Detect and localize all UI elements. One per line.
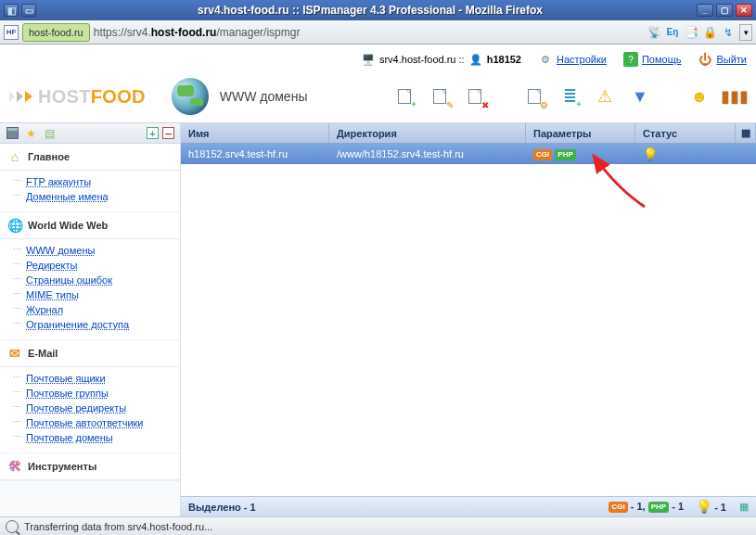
sidebar-title-main[interactable]: ⌂Главное (0, 144, 180, 171)
selection-status: Выделено - 1 CGI - 1, PHP - 1 💡 - 1 ▦ (181, 496, 756, 516)
delete-button[interactable]: ✖ (463, 84, 487, 108)
sidebar-title-www[interactable]: 🌐World Wide Web (0, 212, 180, 239)
magnifier-icon[interactable] (6, 520, 19, 533)
sidebar-section-tools: 🛠Инструменты (0, 453, 180, 481)
gear-icon: ⚙ (538, 52, 553, 67)
sidebar-link-autoresponders[interactable]: Почтовые автоответчики (7, 415, 180, 430)
brand-row: HOSTFOOD WWW домены ＋ ✎ ✖ ⚙ ≣＋ ⚠ ▼ ☻ ▮▮▮ (0, 70, 756, 122)
sidebar-section-main: ⌂Главное FTP аккаунты Доменные имена (0, 144, 180, 212)
maximize-button[interactable]: ▢ (716, 4, 733, 17)
sidebar-link-maildomains[interactable]: Почтовые домены (7, 430, 180, 445)
footer-export-icon[interactable]: ▦ (739, 501, 749, 513)
new-button[interactable]: ＋ (392, 84, 416, 108)
sidebar: ★ ▤ + – ⌂Главное FTP аккаунты Доменные и… (0, 123, 181, 516)
sidebar-link-errorpages[interactable]: Страницы ошибок (7, 273, 180, 287)
url-text[interactable]: https://srv4.host-food.ru/manager/ispmgr (94, 26, 643, 39)
table-header: Имя Директория Параметры Статус ▦ (181, 123, 756, 144)
cell-dir: /www/h18152.srv4.test-hf.ru (329, 148, 526, 159)
warning-button[interactable]: ⚠ (593, 84, 617, 108)
sidebar-link-mime[interactable]: MIME типы (7, 287, 180, 302)
sidebar-link-redirects[interactable]: Редиректы (7, 258, 180, 273)
sidebar-head: ★ ▤ + – (0, 123, 180, 144)
bookshelf-button[interactable]: ▮▮▮ (723, 84, 747, 108)
content-area: Имя Директория Параметры Статус ▦ h18152… (181, 123, 756, 516)
settings-link[interactable]: Настройки (557, 54, 607, 65)
col-params[interactable]: Параметры (526, 123, 635, 143)
sysmenu-icon-2[interactable]: ▭ (21, 4, 36, 17)
sysmenu-icon[interactable]: ◧ (4, 4, 19, 17)
sidebar-title-email[interactable]: ✉E-Mail (0, 340, 180, 367)
cell-status: 💡 (635, 147, 756, 161)
edit-button[interactable]: ✎ (428, 84, 452, 108)
power-icon: ⏻ (698, 52, 712, 67)
logout-link-group[interactable]: ⏻ Выйти (698, 52, 747, 67)
translate-icon[interactable]: Eŋ (665, 25, 680, 40)
cgi-badge: CGI (533, 149, 552, 160)
expand-all-icon[interactable]: + (147, 127, 159, 139)
table-empty-area (181, 164, 756, 496)
home-icon: ⌂ (7, 149, 22, 164)
logo-text-2: FOOD (91, 86, 146, 107)
sidebar-link-journal[interactable]: Журнал (7, 302, 180, 317)
table-row[interactable]: h18152.srv4.test-hf.ru /www/h18152.srv4.… (181, 144, 756, 164)
aliases-button[interactable]: ≣＋ (557, 84, 582, 108)
sidebar-link-mailgroups[interactable]: Почтовые группы (7, 386, 180, 401)
page-title: WWW домены (220, 89, 308, 104)
window-buttons: _ ▢ ✕ (697, 4, 752, 17)
sidebar-title-tools[interactable]: 🛠Инструменты (0, 453, 180, 480)
col-config-icon[interactable]: ▦ (736, 123, 756, 143)
www-icon: 🌐 (7, 218, 22, 233)
window-sys-icons: ◧ ▭ (4, 4, 36, 17)
sidebar-section-email: ✉E-Mail Почтовые ящики Почтовые группы П… (0, 340, 180, 453)
php-badge: PHP (555, 149, 575, 160)
smiley-button[interactable]: ☻ (687, 84, 711, 108)
sidebar-link-domains[interactable]: Доменные имена (7, 189, 180, 204)
list-icon[interactable] (6, 127, 19, 140)
cell-params: CGI PHP (526, 147, 635, 159)
col-dir[interactable]: Директория (329, 123, 526, 143)
user-icon: 👤 (468, 52, 483, 67)
help-link[interactable]: Помощь (642, 54, 682, 65)
browser-status-bar: Transferring data from srv4.host-food.ru… (0, 516, 756, 535)
sidebar-section-www: 🌐World Wide Web WWW домены Редиректы Стр… (0, 212, 180, 340)
bulb-icon: 💡 (643, 147, 658, 161)
logo: HOSTFOOD (9, 86, 146, 108)
minimize-button[interactable]: _ (697, 4, 713, 17)
footer-cgi: CGI - 1, PHP - 1 (609, 501, 684, 513)
help-icon: ? (623, 52, 638, 67)
lock-icon: 🔒 (702, 25, 717, 40)
server-user-info: 🖥️ srv4.host-food.ru :: 👤 h18152 (361, 52, 521, 67)
star-icon[interactable]: ★ (24, 127, 37, 140)
sidebar-link-wwwdomains[interactable]: WWW домены (7, 243, 180, 258)
bookmark-icon[interactable]: 📑 (684, 25, 698, 40)
refresh-icon[interactable]: ↯ (721, 25, 736, 40)
user-name-label: h18152 (487, 54, 521, 65)
url-bar: HF host-food.ru https://srv4.host-food.r… (0, 20, 756, 45)
site-identity-chip[interactable]: host-food.ru (22, 23, 90, 42)
logout-link[interactable]: Выйти (716, 54, 747, 65)
window-title: srv4.host-food.ru :: ISPmanager 4.3 Prof… (44, 4, 697, 17)
settings-link-group[interactable]: ⚙ Настройки (538, 52, 607, 67)
sidebar-link-ftp[interactable]: FTP аккаунты (7, 174, 180, 189)
sidebar-link-restrict[interactable]: Ограничение доступа (7, 317, 180, 332)
monitor-icon: 🖥️ (361, 52, 376, 67)
filter-button[interactable]: ▼ (628, 84, 652, 108)
options-button[interactable]: ⚙ (522, 84, 546, 108)
sidebar-link-mailboxes[interactable]: Почтовые ящики (7, 371, 180, 386)
logo-text-1: HOST (38, 86, 91, 107)
collapse-all-icon[interactable]: – (162, 127, 174, 139)
col-status[interactable]: Статус (635, 123, 736, 143)
col-name[interactable]: Имя (181, 123, 329, 143)
clipboard-icon[interactable]: ▤ (43, 127, 56, 140)
cell-name: h18152.srv4.test-hf.ru (181, 148, 329, 159)
url-host: host-food.ru (151, 26, 217, 39)
help-link-group[interactable]: ? Помощь (623, 52, 682, 67)
close-button[interactable]: ✕ (736, 4, 752, 17)
email-icon: ✉ (7, 346, 22, 361)
dropdown-icon[interactable]: ▾ (739, 24, 752, 41)
rss-icon[interactable]: 📡 (647, 25, 661, 40)
globe-icon (172, 78, 209, 115)
url-right-icons: 📡 Eŋ 📑 🔒 ↯ ▾ (647, 24, 752, 41)
status-text: Transferring data from srv4.host-food.ru… (24, 521, 212, 532)
sidebar-link-mailredirects[interactable]: Почтовые редиректы (7, 401, 180, 415)
